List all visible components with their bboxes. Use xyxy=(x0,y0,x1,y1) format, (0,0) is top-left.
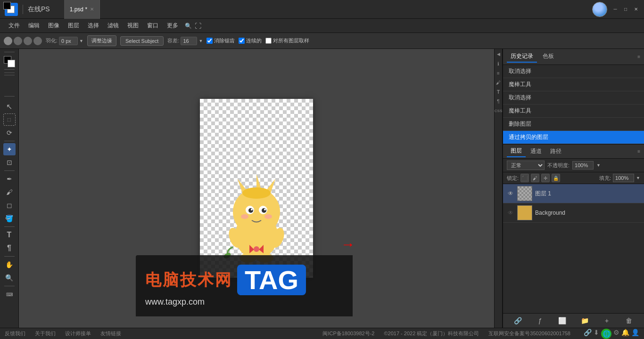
history-item[interactable]: 魔棒工具 xyxy=(503,105,644,118)
css-icon[interactable]: CSS xyxy=(495,107,502,114)
download-icon[interactable]: ⬇ xyxy=(594,329,599,339)
history-item[interactable]: 删除图层 xyxy=(503,118,644,131)
lock-paint-icon[interactable]: 🖌 xyxy=(531,174,539,182)
close-button[interactable]: ✕ xyxy=(633,6,639,13)
fill-dropdown-icon[interactable]: ▼ xyxy=(636,176,640,180)
color-picker[interactable] xyxy=(4,56,15,67)
lasso-tool[interactable]: ⟳ xyxy=(3,127,16,139)
intersect-selection-icon[interactable] xyxy=(33,37,42,45)
feather-input[interactable] xyxy=(59,37,78,45)
layer-item-background[interactable]: 👁 Background xyxy=(503,203,644,223)
menu-window[interactable]: 窗口 xyxy=(143,20,162,32)
friends-link[interactable]: 友情链接 xyxy=(100,330,121,337)
menu-layer[interactable]: 图层 xyxy=(64,20,83,32)
keyboard-tool[interactable]: ⌨ xyxy=(3,288,16,300)
collapse-icon[interactable]: ◀ xyxy=(495,51,502,57)
anti-alias-checkbox[interactable] xyxy=(206,38,213,44)
link-icon[interactable]: 🔗 xyxy=(584,329,592,339)
link-layers-button[interactable]: 🔗 xyxy=(513,315,523,326)
about-link[interactable]: 关于我们 xyxy=(35,330,56,337)
layers-collapse-icon[interactable]: ≡ xyxy=(637,149,640,154)
lock-move-icon[interactable]: ✛ xyxy=(541,174,550,182)
tolerance-input[interactable] xyxy=(181,37,197,45)
minimize-button[interactable]: ─ xyxy=(612,6,619,13)
search-icon[interactable]: 🔍 xyxy=(185,23,192,29)
text-tool[interactable]: T xyxy=(3,229,16,241)
zoom-tool[interactable]: 🔍 xyxy=(3,272,16,284)
eyedropper-tool[interactable]: ✒ xyxy=(3,173,16,185)
move-tool[interactable]: ↖ xyxy=(3,100,16,113)
network-icon[interactable]: 🌐 xyxy=(601,329,611,339)
menu-image[interactable]: 图像 xyxy=(44,20,63,32)
layer-visibility-icon-1[interactable]: 👁 xyxy=(507,190,514,197)
tab-layers[interactable]: 图层 xyxy=(507,145,526,157)
layer-visibility-icon-bg[interactable]: 👁 xyxy=(507,209,514,217)
fullscreen-icon[interactable]: ⛶ xyxy=(195,22,201,30)
contiguous-checkbox[interactable] xyxy=(239,38,245,44)
avatar[interactable] xyxy=(592,2,607,17)
delete-layer-button[interactable]: 🗑 xyxy=(624,315,634,326)
brush-panel-icon[interactable]: 🖌 xyxy=(495,79,502,86)
history-collapse-icon[interactable]: ≡ xyxy=(637,54,640,59)
designer-link[interactable]: 设计师接单 xyxy=(65,330,91,337)
pen-tool[interactable]: ¶ xyxy=(3,242,16,254)
menu-filter[interactable]: 滤镜 xyxy=(104,20,123,32)
user-icon[interactable]: 👤 xyxy=(631,329,639,339)
crop-tool[interactable]: ⊡ xyxy=(3,156,16,169)
menu-file[interactable]: 文件 xyxy=(5,20,24,32)
lock-transparency-icon[interactable]: ⬛ xyxy=(520,174,529,182)
history-item[interactable]: 取消选择 xyxy=(503,65,644,78)
history-item-active[interactable]: 通过拷贝的图层 xyxy=(503,131,644,144)
new-layer-button[interactable]: + xyxy=(602,315,612,326)
hand-tool[interactable]: ✋ xyxy=(3,258,16,271)
select-subject-button[interactable]: Select Subject xyxy=(120,36,164,46)
para-icon[interactable]: ¶ xyxy=(495,98,502,105)
layer-mask-button[interactable]: ⬜ xyxy=(557,315,568,326)
feedback-link[interactable]: 反馈我们 xyxy=(5,330,25,337)
layers-options: 正常 溶解 正片叠底 不透明度: ▼ xyxy=(503,159,644,172)
new-group-button[interactable]: 📁 xyxy=(579,315,590,326)
layers-icon[interactable]: ≡ xyxy=(495,70,502,76)
history-item[interactable]: 魔棒工具 xyxy=(503,78,644,91)
menu-edit[interactable]: 编辑 xyxy=(25,20,43,32)
menu-select[interactable]: 选择 xyxy=(84,20,103,32)
maximize-button[interactable]: □ xyxy=(622,6,629,13)
magic-wand-tool[interactable]: ✦ xyxy=(3,143,16,155)
tab-close-icon[interactable]: ✕ xyxy=(90,7,94,12)
feather-dropdown-icon[interactable]: ▼ xyxy=(79,39,83,43)
layer-item-1[interactable]: 👁 图层 1 xyxy=(503,184,644,203)
brush-tool[interactable]: 🖌 xyxy=(3,186,16,198)
tab-paths[interactable]: 路径 xyxy=(546,146,565,157)
info-icon[interactable]: ℹ xyxy=(495,60,502,67)
svg-point-13 xyxy=(264,214,272,219)
color-boxes[interactable] xyxy=(3,79,16,91)
add-selection-icon[interactable] xyxy=(14,37,22,45)
menu-more[interactable]: 更多 xyxy=(163,20,182,32)
canvas-area: 电脑技术网 TAG www.tagxp.com → xyxy=(19,49,494,328)
fill-input[interactable] xyxy=(613,174,634,182)
lock-all-icon[interactable]: 🔒 xyxy=(552,174,560,182)
selection-mode-group xyxy=(4,37,42,45)
paint-bucket-tool[interactable]: 🪣 xyxy=(3,212,16,225)
tolerance-dropdown-icon[interactable]: ▼ xyxy=(198,39,203,43)
tab-channels[interactable]: 通道 xyxy=(527,146,545,157)
tab-history[interactable]: 历史记录 xyxy=(507,51,537,63)
new-selection-icon[interactable] xyxy=(4,37,12,45)
menu-view[interactable]: 视图 xyxy=(124,20,142,32)
adjust-edge-button[interactable]: 调整边缘 xyxy=(87,35,116,46)
subtract-selection-icon[interactable] xyxy=(24,37,32,45)
layer-effects-button[interactable]: ƒ xyxy=(535,315,545,326)
marquee-tool[interactable]: ⬚ xyxy=(3,113,16,126)
eraser-tool[interactable]: ◻ xyxy=(3,199,16,211)
tab-swatches[interactable]: 色板 xyxy=(539,51,558,63)
blend-mode-select[interactable]: 正常 溶解 正片叠底 xyxy=(507,161,545,170)
all-layers-checkbox[interactable] xyxy=(265,38,272,44)
history-item[interactable]: 取消选择 xyxy=(503,91,644,105)
document-tab[interactable]: 1.psd * ✕ xyxy=(64,0,100,19)
text-panel-icon[interactable]: T xyxy=(495,89,502,95)
settings-icon[interactable]: ⚙ xyxy=(613,329,619,339)
opacity-dropdown-icon[interactable]: ▼ xyxy=(596,163,601,168)
notification-icon[interactable]: 🔔 xyxy=(621,329,629,339)
opacity-input[interactable] xyxy=(572,161,594,170)
background-color[interactable] xyxy=(8,60,15,67)
